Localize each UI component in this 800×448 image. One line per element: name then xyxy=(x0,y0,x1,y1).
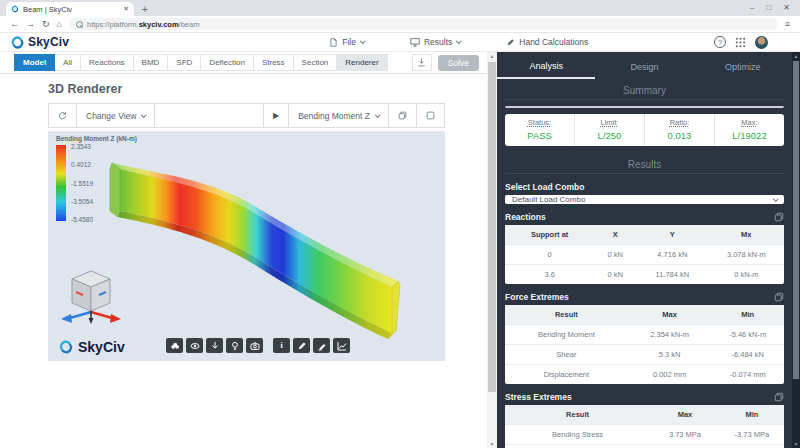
export-button[interactable] xyxy=(389,104,417,127)
screenshot-button[interactable] xyxy=(246,338,263,353)
search-icon xyxy=(76,21,83,28)
file-icon xyxy=(329,38,338,47)
legend-tick: -5.4580 xyxy=(71,216,93,223)
tab-renderer[interactable]: Renderer xyxy=(337,54,387,71)
reactions-table: Support at X Y Mx 00 kN4.716 kN3.078 kN-… xyxy=(505,225,784,284)
browser-window: Beam | SkyCiv ✕ + – □ ✕ ← → ↻ ⌂ https://… xyxy=(0,0,800,448)
copy-icon[interactable] xyxy=(774,392,784,402)
hand-calculations-menu[interactable]: Hand Calculations xyxy=(506,37,588,47)
scroll-down-icon[interactable]: ▼ xyxy=(792,441,800,447)
table-row: Displacement0.002 mm-0.074 mm xyxy=(505,365,784,385)
render-mode-button[interactable] xyxy=(166,338,183,353)
check-material-yield[interactable]: Material Yield xyxy=(646,107,715,108)
tab-all[interactable]: All xyxy=(55,54,81,71)
check-material-strength[interactable]: Material Strength xyxy=(715,107,783,108)
check-deflection[interactable]: Deflection xyxy=(506,107,575,108)
close-window-icon[interactable]: ✕ xyxy=(783,1,790,15)
ratio-label: Ratio: xyxy=(645,118,714,127)
col-header: Support at xyxy=(505,225,594,245)
main-scrollbar[interactable]: ▲ ▼ xyxy=(487,52,497,448)
reactions-title: Reactions xyxy=(505,212,546,222)
monitor-icon xyxy=(410,37,420,47)
apps-grid-icon[interactable] xyxy=(735,37,746,48)
download-icon xyxy=(417,58,426,67)
tab-analysis[interactable]: Analysis xyxy=(497,55,595,79)
table-row: 00 kN4.716 kN3.078 kN-m xyxy=(505,245,784,265)
back-icon[interactable]: ← xyxy=(10,19,19,29)
col-header: X xyxy=(594,225,636,245)
renderer-content: 3D Renderer Change View ▶ Bending Moment… xyxy=(0,74,487,448)
loads-toggle-button[interactable] xyxy=(206,338,223,353)
forward-icon[interactable]: → xyxy=(26,19,35,29)
copy-icon[interactable] xyxy=(774,212,784,222)
tab-design[interactable]: Design xyxy=(595,55,693,79)
status-card: Status:PASS Limit:L/250 Ratio:0.013 Max:… xyxy=(505,114,784,146)
lighting-button[interactable] xyxy=(226,338,243,353)
download-button[interactable] xyxy=(412,54,432,71)
skyciv-logo[interactable]: SkyCiv xyxy=(10,35,69,50)
tab-deflection[interactable]: Deflection xyxy=(201,54,254,71)
tab-reactions[interactable]: Reactions xyxy=(81,54,134,71)
force-extremes-title: Force Extremes xyxy=(505,292,569,302)
minimize-icon[interactable]: – xyxy=(750,1,754,15)
window-controls: – □ ✕ xyxy=(740,1,800,15)
scroll-up-icon[interactable]: ▲ xyxy=(792,53,800,59)
col-header: Min xyxy=(720,405,784,425)
solve-button[interactable]: Solve xyxy=(438,55,479,71)
tab-model[interactable]: Model xyxy=(14,54,55,71)
table-row: 3.60 kN11.784 kN0 kN-m xyxy=(505,265,784,285)
marker-icon xyxy=(317,341,327,351)
col-header: Max xyxy=(628,305,712,325)
scrollbar-thumb[interactable] xyxy=(793,61,799,379)
panel-scrollbar[interactable]: ▲ ▼ xyxy=(792,52,800,448)
renderer-canvas[interactable]: Bending Moment Z (kN-m) 2.3543 0.4012 -1… xyxy=(48,131,445,361)
results-menu[interactable]: Results xyxy=(410,37,460,47)
annotate-button[interactable] xyxy=(313,338,330,353)
new-tab-button[interactable]: + xyxy=(142,4,148,15)
scroll-up-icon[interactable]: ▲ xyxy=(487,53,497,59)
main-area: Model All Reactions BMD SFD Deflection S… xyxy=(0,52,487,448)
chevron-down-icon xyxy=(141,112,147,118)
graph-button[interactable] xyxy=(333,338,350,353)
y-axis-arrow xyxy=(89,318,94,324)
tab-sfd[interactable]: SFD xyxy=(168,54,201,71)
file-menu[interactable]: File xyxy=(329,37,364,47)
check-custom-stress-limit[interactable]: Custom Stress Limit xyxy=(575,107,646,108)
refresh-render-button[interactable] xyxy=(49,104,77,127)
result-type-dropdown[interactable]: Bending Moment Z xyxy=(289,104,389,127)
fullscreen-button[interactable] xyxy=(417,104,444,127)
reactions-title-row: Reactions xyxy=(505,212,784,222)
edit-button[interactable] xyxy=(293,338,310,353)
help-icon[interactable]: ? xyxy=(714,36,726,48)
export-icon xyxy=(398,111,407,120)
results-panel: Analysis Design Optimize Summary Deflect… xyxy=(497,52,792,448)
url-input[interactable]: https://platform.skyciv.com/beam xyxy=(69,18,778,30)
user-avatar[interactable] xyxy=(755,36,768,49)
change-view-dropdown[interactable]: Change View xyxy=(77,104,155,127)
hand-calculations-label: Hand Calculations xyxy=(519,37,588,47)
skyciv-logo-icon xyxy=(58,339,74,355)
tab-optimize[interactable]: Optimize xyxy=(694,55,792,79)
load-combo-select[interactable]: Default Load Combo xyxy=(505,195,784,204)
animate-play-button[interactable]: ▶ xyxy=(264,104,289,127)
scroll-down-icon[interactable]: ▼ xyxy=(487,441,497,447)
info-button[interactable]: i xyxy=(273,338,290,353)
tab-section[interactable]: Section xyxy=(294,54,338,71)
tab-stress[interactable]: Stress xyxy=(254,54,294,71)
reload-icon[interactable]: ↻ xyxy=(42,19,50,29)
scrollbar-thumb[interactable] xyxy=(488,62,496,392)
force-extremes-table: Result Max Min Bending Moment2.354 kN-m-… xyxy=(505,305,784,384)
visibility-button[interactable] xyxy=(186,338,203,353)
orientation-cube[interactable] xyxy=(60,267,122,325)
copy-icon[interactable] xyxy=(774,292,784,302)
chevron-down-icon xyxy=(773,196,779,202)
browser-menu-icon[interactable]: ≡ xyxy=(785,19,790,29)
tab-bmd[interactable]: BMD xyxy=(134,54,169,71)
browser-tabstrip: Beam | SkyCiv ✕ + – □ ✕ xyxy=(0,0,800,16)
view-tabbar: Model All Reactions BMD SFD Deflection S… xyxy=(0,52,487,74)
browser-tab[interactable]: Beam | SkyCiv ✕ xyxy=(6,2,134,16)
home-icon[interactable]: ⌂ xyxy=(57,19,62,29)
maximize-icon[interactable]: □ xyxy=(766,1,771,15)
legend-gradient-bar xyxy=(56,145,66,221)
close-tab-icon[interactable]: ✕ xyxy=(123,5,129,13)
